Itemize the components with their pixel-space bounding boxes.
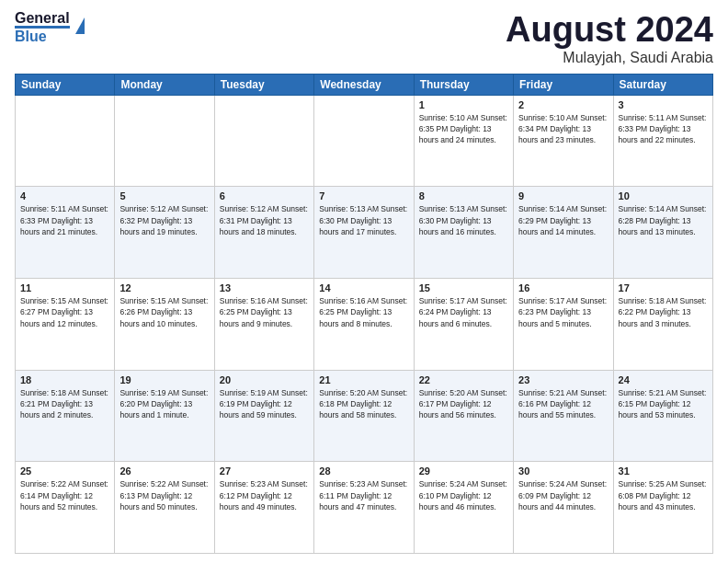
day-info: Sunrise: 5:18 AM Sunset: 6:21 PM Dayligh…: [20, 387, 109, 421]
day-number: 9: [518, 190, 608, 201]
calendar-cell: 9Sunrise: 5:14 AM Sunset: 6:29 PM Daylig…: [514, 187, 613, 279]
logo-top: General: [15, 11, 70, 26]
day-number: 21: [319, 374, 408, 385]
day-info: Sunrise: 5:12 AM Sunset: 6:31 PM Dayligh…: [220, 203, 309, 237]
day-info: Sunrise: 5:15 AM Sunset: 6:27 PM Dayligh…: [20, 295, 109, 329]
day-info: Sunrise: 5:13 AM Sunset: 6:30 PM Dayligh…: [419, 203, 508, 237]
calendar-cell: 6Sunrise: 5:12 AM Sunset: 6:31 PM Daylig…: [214, 187, 313, 279]
header-row: SundayMondayTuesdayWednesdayThursdayFrid…: [16, 74, 713, 95]
day-number: 4: [20, 190, 109, 201]
day-info: Sunrise: 5:21 AM Sunset: 6:15 PM Dayligh…: [619, 387, 708, 421]
day-header-tuesday: Tuesday: [214, 74, 313, 95]
day-info: Sunrise: 5:22 AM Sunset: 6:14 PM Dayligh…: [20, 478, 109, 512]
day-info: Sunrise: 5:11 AM Sunset: 6:33 PM Dayligh…: [20, 203, 109, 237]
calendar-cell: 17Sunrise: 5:18 AM Sunset: 6:22 PM Dayli…: [613, 279, 712, 371]
calendar-cell: [314, 95, 414, 187]
day-info: Sunrise: 5:25 AM Sunset: 6:08 PM Dayligh…: [619, 478, 708, 512]
day-info: Sunrise: 5:17 AM Sunset: 6:24 PM Dayligh…: [419, 295, 508, 329]
day-number: 28: [319, 465, 408, 477]
calendar-cell: 21Sunrise: 5:20 AM Sunset: 6:18 PM Dayli…: [314, 370, 414, 462]
day-number: 19: [119, 374, 209, 385]
day-info: Sunrise: 5:23 AM Sunset: 6:11 PM Dayligh…: [319, 478, 408, 512]
day-info: Sunrise: 5:11 AM Sunset: 6:33 PM Dayligh…: [619, 112, 708, 146]
calendar-cell: [214, 95, 313, 187]
header: General Blue August 2024 Mulayjah, Saudi…: [15, 11, 713, 66]
calendar-cell: 3Sunrise: 5:11 AM Sunset: 6:33 PM Daylig…: [613, 95, 712, 187]
week-row-3: 11Sunrise: 5:15 AM Sunset: 6:27 PM Dayli…: [16, 279, 713, 371]
day-info: Sunrise: 5:14 AM Sunset: 6:29 PM Dayligh…: [518, 203, 608, 237]
title-block: August 2024 Mulayjah, Saudi Arabia: [506, 11, 713, 66]
day-info: Sunrise: 5:15 AM Sunset: 6:26 PM Dayligh…: [119, 295, 209, 329]
calendar-cell: 15Sunrise: 5:17 AM Sunset: 6:24 PM Dayli…: [414, 279, 513, 371]
day-info: Sunrise: 5:10 AM Sunset: 6:35 PM Dayligh…: [419, 112, 508, 146]
calendar-cell: 12Sunrise: 5:15 AM Sunset: 6:26 PM Dayli…: [115, 279, 214, 371]
day-number: 1: [419, 99, 508, 110]
calendar-cell: 27Sunrise: 5:23 AM Sunset: 6:12 PM Dayli…: [214, 462, 313, 554]
logo: General Blue: [15, 11, 85, 44]
week-row-4: 18Sunrise: 5:18 AM Sunset: 6:21 PM Dayli…: [16, 370, 713, 462]
day-info: Sunrise: 5:23 AM Sunset: 6:12 PM Dayligh…: [220, 478, 309, 512]
day-number: 16: [518, 282, 608, 293]
week-row-1: 1Sunrise: 5:10 AM Sunset: 6:35 PM Daylig…: [16, 95, 713, 187]
calendar-cell: 7Sunrise: 5:13 AM Sunset: 6:30 PM Daylig…: [314, 187, 414, 279]
day-header-wednesday: Wednesday: [314, 74, 414, 95]
day-number: 25: [20, 465, 109, 477]
day-header-thursday: Thursday: [414, 74, 513, 95]
day-header-friday: Friday: [514, 74, 613, 95]
day-info: Sunrise: 5:24 AM Sunset: 6:09 PM Dayligh…: [518, 478, 608, 512]
logo-bottom: Blue: [15, 26, 70, 44]
day-info: Sunrise: 5:16 AM Sunset: 6:25 PM Dayligh…: [319, 295, 408, 329]
month-title: August 2024: [506, 11, 713, 50]
day-info: Sunrise: 5:22 AM Sunset: 6:13 PM Dayligh…: [119, 478, 209, 512]
calendar-cell: 11Sunrise: 5:15 AM Sunset: 6:27 PM Dayli…: [16, 279, 115, 371]
day-info: Sunrise: 5:19 AM Sunset: 6:19 PM Dayligh…: [220, 387, 309, 421]
page: General Blue August 2024 Mulayjah, Saudi…: [0, 0, 728, 563]
calendar-cell: 31Sunrise: 5:25 AM Sunset: 6:08 PM Dayli…: [613, 462, 712, 554]
logo-triangle-icon: [75, 17, 85, 34]
day-info: Sunrise: 5:14 AM Sunset: 6:28 PM Dayligh…: [619, 203, 708, 237]
day-number: 5: [119, 190, 209, 201]
day-info: Sunrise: 5:21 AM Sunset: 6:16 PM Dayligh…: [518, 387, 608, 421]
calendar-cell: 10Sunrise: 5:14 AM Sunset: 6:28 PM Dayli…: [613, 187, 712, 279]
calendar-cell: 22Sunrise: 5:20 AM Sunset: 6:17 PM Dayli…: [414, 370, 513, 462]
day-info: Sunrise: 5:20 AM Sunset: 6:17 PM Dayligh…: [419, 387, 508, 421]
day-info: Sunrise: 5:16 AM Sunset: 6:25 PM Dayligh…: [220, 295, 309, 329]
day-number: 30: [518, 465, 608, 477]
calendar-cell: 28Sunrise: 5:23 AM Sunset: 6:11 PM Dayli…: [314, 462, 414, 554]
day-number: 24: [619, 374, 708, 385]
day-number: 10: [619, 190, 708, 201]
day-header-sunday: Sunday: [16, 74, 115, 95]
day-info: Sunrise: 5:10 AM Sunset: 6:34 PM Dayligh…: [518, 112, 608, 146]
day-number: 31: [619, 465, 708, 477]
week-row-5: 25Sunrise: 5:22 AM Sunset: 6:14 PM Dayli…: [16, 462, 713, 554]
calendar-cell: 26Sunrise: 5:22 AM Sunset: 6:13 PM Dayli…: [115, 462, 214, 554]
day-number: 17: [619, 282, 708, 293]
day-number: 6: [220, 190, 309, 201]
calendar-cell: [16, 95, 115, 187]
day-info: Sunrise: 5:18 AM Sunset: 6:22 PM Dayligh…: [619, 295, 708, 329]
calendar-cell: 8Sunrise: 5:13 AM Sunset: 6:30 PM Daylig…: [414, 187, 513, 279]
calendar-cell: 18Sunrise: 5:18 AM Sunset: 6:21 PM Dayli…: [16, 370, 115, 462]
calendar-cell: 20Sunrise: 5:19 AM Sunset: 6:19 PM Dayli…: [214, 370, 313, 462]
day-info: Sunrise: 5:19 AM Sunset: 6:20 PM Dayligh…: [119, 387, 209, 421]
day-header-saturday: Saturday: [613, 74, 712, 95]
calendar-cell: 24Sunrise: 5:21 AM Sunset: 6:15 PM Dayli…: [613, 370, 712, 462]
day-number: 20: [220, 374, 309, 385]
calendar-cell: 14Sunrise: 5:16 AM Sunset: 6:25 PM Dayli…: [314, 279, 414, 371]
calendar-cell: 30Sunrise: 5:24 AM Sunset: 6:09 PM Dayli…: [514, 462, 613, 554]
calendar-cell: 29Sunrise: 5:24 AM Sunset: 6:10 PM Dayli…: [414, 462, 513, 554]
day-number: 14: [319, 282, 408, 293]
location: Mulayjah, Saudi Arabia: [506, 50, 713, 66]
calendar-table: SundayMondayTuesdayWednesdayThursdayFrid…: [15, 74, 713, 554]
day-info: Sunrise: 5:12 AM Sunset: 6:32 PM Dayligh…: [119, 203, 209, 237]
day-number: 13: [220, 282, 309, 293]
day-number: 12: [119, 282, 209, 293]
day-number: 26: [119, 465, 209, 477]
calendar-cell: 2Sunrise: 5:10 AM Sunset: 6:34 PM Daylig…: [514, 95, 613, 187]
day-number: 15: [419, 282, 508, 293]
calendar-cell: [115, 95, 214, 187]
day-number: 29: [419, 465, 508, 477]
calendar-cell: 1Sunrise: 5:10 AM Sunset: 6:35 PM Daylig…: [414, 95, 513, 187]
day-number: 18: [20, 374, 109, 385]
day-info: Sunrise: 5:24 AM Sunset: 6:10 PM Dayligh…: [419, 478, 508, 512]
